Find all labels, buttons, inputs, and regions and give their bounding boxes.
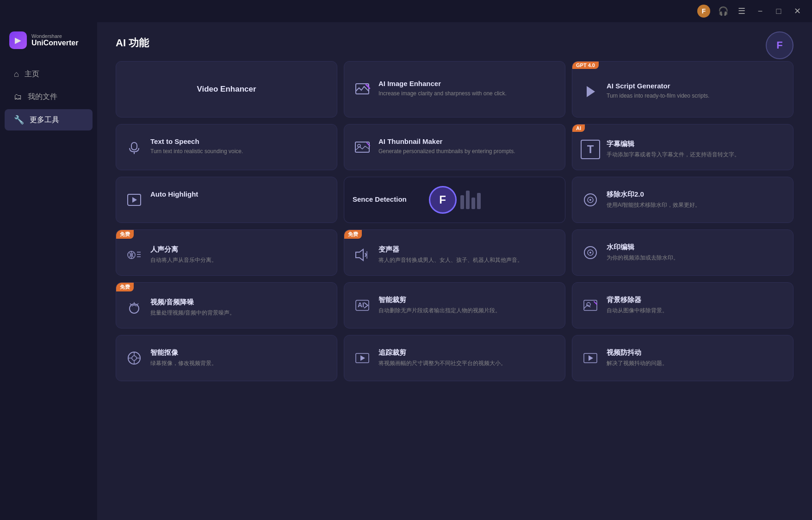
tool-card-text-to-speech[interactable]: Text to Speech Turn text into realistic … xyxy=(116,124,337,170)
remove-watermark-info: 移除水印2.0 使用AI智能技术移除水印，效果更好。 xyxy=(607,190,785,209)
text-to-speech-desc: Turn text into realistic sounding voice. xyxy=(150,147,329,155)
badge-ai: AI xyxy=(572,124,585,132)
video-stabilizer-desc: 解决了视频抖动的问题。 xyxy=(607,359,785,367)
sidebar-item-more-tools-label: 更多工具 xyxy=(30,115,59,125)
vocal-separation-title: 人声分离 xyxy=(150,245,329,254)
tool-card-smart-cutout[interactable]: 智能抠像 绿幕抠像，修改视频背景。 xyxy=(116,335,337,381)
user-avatar-titlebar[interactable]: F xyxy=(697,5,710,18)
menu-icon[interactable]: ☰ xyxy=(736,6,747,17)
smart-trim-icon: AI xyxy=(353,296,372,315)
sidebar-logo: ▶ Wondershare UniConverter xyxy=(0,31,97,63)
ai-script-desc: Turn ideas into ready-to-film video scri… xyxy=(607,92,785,100)
tracking-crop-title: 追踪裁剪 xyxy=(378,348,557,357)
vocal-separation-info: 人声分离 自动将人声从音乐中分离。 xyxy=(150,245,329,264)
minimize-button[interactable]: − xyxy=(755,6,766,17)
sidebar-item-more-tools[interactable]: 🔧 更多工具 xyxy=(5,109,93,130)
folder-icon: 🗂 xyxy=(14,92,22,102)
maximize-button[interactable]: □ xyxy=(773,6,784,17)
smart-cutout-icon xyxy=(124,348,144,368)
background-remover-info: 背景移除器 自动从图像中移除背景。 xyxy=(607,296,785,315)
titlebar: F 🎧 ☰ − □ ✕ xyxy=(0,0,812,22)
svg-point-33 xyxy=(132,356,136,360)
vocal-separation-desc: 自动将人声从音乐中分离。 xyxy=(150,256,329,264)
noise-reduction-info: 视频/音频降噪 批量处理视频/音频中的背景噪声。 xyxy=(150,298,329,317)
svg-marker-10 xyxy=(132,197,137,203)
noise-reduction-icon xyxy=(124,298,144,317)
svg-line-31 xyxy=(594,302,597,304)
tool-card-ai-thumbnail-maker[interactable]: AI Thunbnail Maker Generate personalized… xyxy=(344,124,565,170)
tool-card-video-stabilizer[interactable]: 视频防抖动 解决了视频抖动的问题。 xyxy=(572,335,793,381)
sidebar-item-home-label: 主页 xyxy=(25,69,39,79)
tool-card-watermark-editor[interactable]: 水印编辑 为你的视频添加或去除水印。 xyxy=(572,229,793,276)
tool-card-background-remover[interactable]: 背景移除器 自动从图像中移除背景。 xyxy=(572,282,793,328)
tools-grid: Video Enhancer AI Image Enhancer xyxy=(116,61,793,381)
headphone-icon[interactable]: 🎧 xyxy=(718,6,729,17)
tracking-crop-icon xyxy=(353,348,372,368)
tool-card-ai-image-enhancer[interactable]: AI Image Enhancer Increase image clarity… xyxy=(344,61,565,118)
video-stabilizer-title: 视频防抖动 xyxy=(607,348,785,357)
auto-highlight-info: Auto Highlight xyxy=(150,190,329,200)
svg-point-22 xyxy=(589,252,591,254)
badge-free-noise: 免费 xyxy=(116,283,134,291)
logo-name: UniConverter xyxy=(31,39,78,47)
smart-trim-info: 智能裁剪 自动删除无声片段或者输出指定人物的视频片段。 xyxy=(378,296,557,315)
svg-line-25 xyxy=(130,303,131,305)
tool-card-remove-watermark[interactable]: 移除水印2.0 使用AI智能技术移除水印，效果更好。 xyxy=(572,177,793,223)
close-button[interactable]: ✕ xyxy=(792,6,803,17)
sidebar-item-my-files-label: 我的文件 xyxy=(28,92,57,102)
ai-thumbnail-desc: Generate personalized thumbnails by ente… xyxy=(378,147,557,155)
home-icon: ⌂ xyxy=(14,69,19,79)
tracking-crop-info: 追踪裁剪 将视频画幅的尺寸调整为不同社交平台的视频大小。 xyxy=(378,348,557,367)
ai-script-title: AI Script Generator xyxy=(607,82,785,90)
noise-reduction-desc: 批量处理视频/音频中的背景噪声。 xyxy=(150,309,329,317)
sidebar-item-home[interactable]: ⌂ 主页 xyxy=(5,64,93,85)
remove-watermark-title: 移除水印2.0 xyxy=(607,190,785,199)
watermark-editor-desc: 为你的视频添加或去除水印。 xyxy=(607,254,785,262)
badge-free-vocal: 免费 xyxy=(116,230,134,239)
watermark-editor-icon xyxy=(581,243,600,262)
tool-card-auto-highlight[interactable]: Auto Highlight xyxy=(116,177,337,223)
tool-card-tracking-crop[interactable]: 追踪裁剪 将视频画幅的尺寸调整为不同社交平台的视频大小。 xyxy=(344,335,565,381)
tool-card-vocal-separation[interactable]: 免费 人声分离 xyxy=(116,229,337,276)
tool-card-scene-detection[interactable]: F Sence Detection xyxy=(344,177,565,223)
tool-card-ai-script-generator[interactable]: GPT 4.0 AI Script Generator Turn ideas i… xyxy=(572,61,793,118)
text-to-speech-title: Text to Speech xyxy=(150,137,329,145)
sidebar-item-my-files[interactable]: 🗂 我的文件 xyxy=(5,87,93,107)
logo-icon: ▶ xyxy=(9,31,27,49)
text-to-speech-icon xyxy=(124,137,144,157)
voice-changer-desc: 将人的声音转换成男人、女人、孩子、机器人和其他声音。 xyxy=(378,256,557,264)
badge-free-voice: 免费 xyxy=(344,230,362,239)
background-remover-icon xyxy=(581,296,600,315)
tool-card-subtitle-editor[interactable]: AI T 字幕编辑 手动添加字幕或者导入字幕文件，还支持语音转文字。 xyxy=(572,124,793,170)
tool-card-noise-reduction[interactable]: 免费 视频/音频降噪 批量处理视频/音频中的背景噪声。 xyxy=(116,282,337,328)
auto-highlight-title: Auto Highlight xyxy=(150,190,329,198)
voice-changer-title: 变声器 xyxy=(378,245,557,254)
svg-text:AI: AI xyxy=(358,301,364,309)
logo-text: Wondershare UniConverter xyxy=(31,33,78,47)
ai-thumbnail-icon xyxy=(353,137,372,157)
tool-card-video-enhancer[interactable]: Video Enhancer xyxy=(116,61,337,118)
ai-image-enhancer-info: AI Image Enhancer Increase image clarity… xyxy=(378,80,557,98)
voice-changer-info: 变声器 将人的声音转换成男人、女人、孩子、机器人和其他声音。 xyxy=(378,245,557,264)
scene-detection-title: Sence Detection xyxy=(353,195,557,203)
video-stabilizer-icon xyxy=(581,348,600,368)
voice-changer-icon xyxy=(353,245,372,265)
svg-marker-41 xyxy=(589,355,593,361)
tool-card-voice-changer[interactable]: 免费 变声器 将人的声音转换成男人、女人、孩子、机器人和其他声音。 xyxy=(344,229,565,276)
badge-gpt: GPT 4.0 xyxy=(572,62,599,69)
svg-rect-4 xyxy=(131,142,137,150)
smart-trim-desc: 自动删除无声片段或者输出指定人物的视频片段。 xyxy=(378,306,557,315)
text-to-speech-info: Text to Speech Turn text into realistic … xyxy=(150,137,329,155)
tool-card-smart-trim[interactable]: AI 智能裁剪 自动删除无声片段或者输出指定人物的视频片段。 xyxy=(344,282,565,328)
noise-reduction-title: 视频/音频降噪 xyxy=(150,298,329,307)
user-avatar-main[interactable]: F xyxy=(766,31,793,59)
svg-point-13 xyxy=(589,199,591,201)
svg-marker-3 xyxy=(587,86,595,97)
smart-cutout-title: 智能抠像 xyxy=(150,348,329,357)
auto-highlight-icon xyxy=(124,190,144,210)
page-title: AI 功能 xyxy=(116,36,793,50)
subtitle-editor-desc: 手动添加字幕或者导入字幕文件，还支持语音转文字。 xyxy=(607,150,785,159)
ai-image-enhancer-title: AI Image Enhancer xyxy=(378,80,557,87)
ai-script-icon xyxy=(581,82,600,101)
vocal-separation-icon xyxy=(124,245,144,265)
